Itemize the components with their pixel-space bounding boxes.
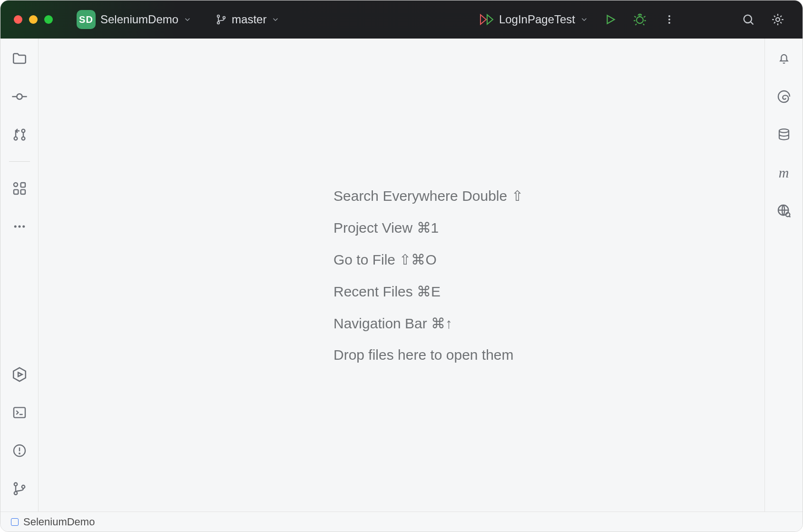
problems-icon	[12, 443, 27, 458]
svg-point-33	[14, 483, 17, 485]
commit-icon	[11, 89, 28, 105]
close-window-button[interactable]	[14, 15, 22, 24]
run-configuration-selector[interactable]: LogInPageTest	[476, 11, 592, 28]
maven-icon: m	[779, 165, 789, 181]
pull-requests-tool-button[interactable]	[8, 123, 31, 146]
ide-window: SD SeleniumDemo master LogInPageTest	[0, 0, 803, 532]
ai-assistant-tool-button[interactable]	[773, 85, 795, 108]
svg-point-1	[217, 22, 220, 24]
svg-marker-3	[480, 15, 486, 24]
terminal-tool-button[interactable]	[8, 401, 31, 424]
branch-icon	[215, 14, 227, 25]
svg-rect-28	[14, 407, 25, 417]
version-control-tool-button[interactable]	[8, 477, 31, 500]
hint-search-everywhere: Search Everywhere Double ⇧	[333, 187, 523, 204]
hint-project-view: Project View ⌘1	[333, 219, 523, 236]
problems-tool-button[interactable]	[8, 439, 31, 462]
more-tool-windows-button[interactable]	[8, 215, 31, 238]
minimize-window-button[interactable]	[29, 15, 38, 24]
status-module-label[interactable]: SeleniumDemo	[23, 516, 95, 528]
pull-request-icon	[12, 127, 27, 142]
run-button[interactable]	[599, 8, 622, 31]
editor-empty-state[interactable]: Search Everywhere Double ⇧ Project View …	[39, 39, 764, 512]
svg-point-24	[18, 226, 20, 228]
sidebar-separator	[9, 161, 30, 162]
hint-recent-files: Recent Files ⌘E	[333, 283, 523, 300]
hint-label: Go to File	[333, 252, 399, 267]
status-bar: SeleniumDemo	[0, 512, 803, 532]
editor-hints: Search Everywhere Double ⇧ Project View …	[333, 187, 523, 363]
structure-tool-button[interactable]	[8, 177, 31, 200]
settings-button[interactable]	[766, 8, 789, 31]
hint-shortcut: Double ⇧	[462, 188, 523, 204]
project-name-label: SeleniumDemo	[100, 13, 178, 26]
svg-rect-21	[14, 190, 18, 194]
structure-icon	[12, 181, 27, 196]
bell-icon	[777, 51, 791, 66]
svg-point-32	[19, 453, 20, 454]
terminal-icon	[12, 405, 27, 420]
maximize-window-button[interactable]	[44, 15, 53, 24]
hint-label: Project View	[333, 220, 417, 236]
svg-point-16	[14, 137, 17, 140]
svg-point-23	[14, 226, 16, 228]
svg-point-10	[744, 15, 752, 23]
bug-icon	[633, 13, 646, 26]
svg-point-8	[668, 19, 670, 20]
svg-marker-26	[13, 368, 26, 381]
maven-tool-button[interactable]: m	[773, 161, 795, 184]
svg-point-18	[21, 129, 25, 133]
svg-point-36	[779, 129, 789, 133]
notifications-tool-button[interactable]	[773, 47, 795, 70]
svg-point-35	[21, 485, 24, 488]
branch-name-label: master	[232, 13, 266, 26]
hint-shortcut: ⌘↑	[431, 315, 452, 331]
svg-point-34	[14, 492, 17, 494]
project-selector[interactable]: SD SeleniumDemo	[73, 8, 196, 31]
svg-marker-5	[607, 15, 615, 23]
svg-point-7	[668, 15, 670, 17]
hint-navigation-bar: Navigation Bar ⌘↑	[333, 315, 523, 332]
debug-button[interactable]	[628, 8, 651, 31]
svg-point-13	[17, 94, 22, 99]
git-branch-selector[interactable]: master	[212, 11, 284, 28]
play-icon	[604, 13, 617, 26]
chevron-down-icon	[580, 15, 588, 24]
commit-tool-button[interactable]	[8, 85, 31, 108]
svg-point-25	[22, 226, 25, 228]
web-tool-button[interactable]	[773, 199, 795, 222]
database-tool-button[interactable]	[773, 123, 795, 146]
hint-shortcut: ⌘E	[417, 284, 441, 299]
svg-point-0	[217, 15, 220, 18]
svg-point-12	[776, 18, 780, 21]
services-tool-button[interactable]	[8, 363, 31, 386]
folder-icon	[11, 50, 28, 67]
hint-label: Search Everywhere	[333, 188, 462, 204]
spiral-icon	[776, 89, 792, 104]
svg-point-2	[223, 17, 225, 19]
titlebar: SD SeleniumDemo master LogInPageTest	[0, 0, 803, 39]
git-icon	[12, 481, 27, 496]
more-actions-button[interactable]	[658, 8, 681, 31]
run-config-label: LogInPageTest	[499, 13, 575, 26]
chevron-down-icon	[271, 15, 280, 24]
hint-drop-files: Drop files here to open them	[333, 347, 523, 363]
project-tool-button[interactable]	[8, 47, 31, 70]
main-body: Search Everywhere Double ⇧ Project View …	[0, 39, 803, 512]
svg-point-6	[637, 17, 643, 23]
gear-icon	[771, 12, 785, 27]
window-controls	[14, 15, 53, 24]
hint-label: Navigation Bar	[333, 315, 431, 331]
search-button[interactable]	[737, 8, 760, 31]
search-icon	[742, 13, 755, 26]
svg-line-39	[789, 216, 790, 217]
left-tool-stripe	[0, 39, 39, 512]
hint-shortcut: ⌘1	[417, 220, 439, 236]
horizontal-dots-icon	[12, 219, 27, 234]
svg-point-19	[14, 183, 18, 187]
hint-go-to-file: Go to File ⇧⌘O	[333, 251, 523, 268]
run-config-icon	[480, 13, 494, 26]
svg-point-17	[21, 137, 25, 140]
svg-marker-27	[18, 373, 22, 377]
svg-rect-22	[20, 190, 25, 194]
